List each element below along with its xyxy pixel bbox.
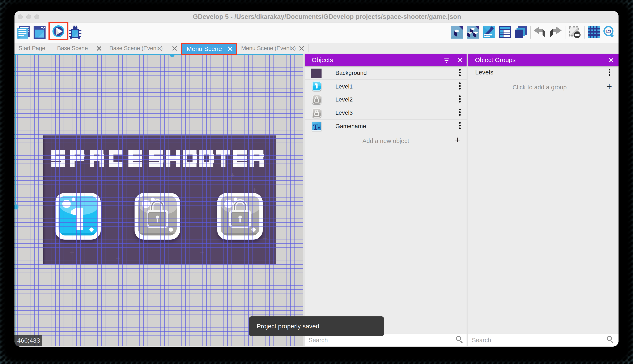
svg-text:1:1: 1:1 [605, 29, 611, 33]
